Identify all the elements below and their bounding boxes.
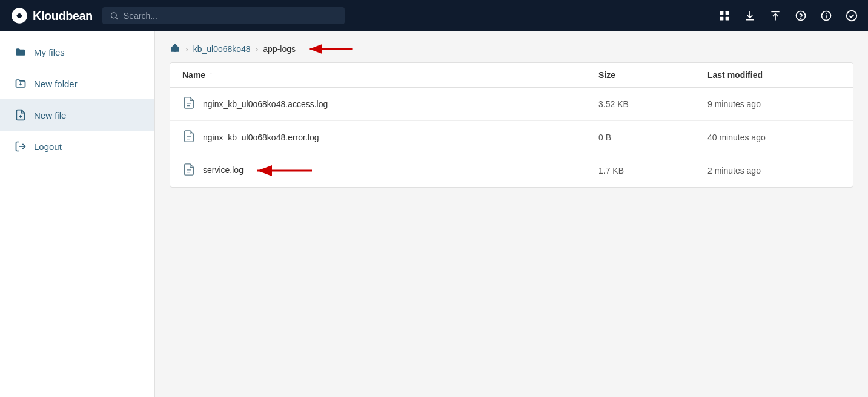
file-modified: 40 minutes ago [707, 133, 841, 142]
logout-label: Logout [34, 142, 62, 152]
new-file-icon [15, 109, 27, 121]
file-icon [182, 163, 196, 179]
file-icon [182, 130, 196, 145]
main-content: › kb_ul0o68ko48 › app-logs [155, 31, 868, 397]
breadcrumb-sep-1: › [185, 44, 188, 54]
search-bar[interactable] [102, 7, 345, 24]
logout-icon [15, 140, 27, 153]
file-size: 0 B [598, 133, 707, 142]
search-icon [110, 11, 119, 21]
layout: My files New folder New file [0, 31, 868, 397]
table-row[interactable]: nginx_kb_ul0o68ko48.access.log 3.52 KB 9… [170, 88, 853, 121]
info-icon[interactable] [820, 9, 833, 22]
column-modified: Last modified [707, 70, 841, 80]
table-row[interactable]: service.log 1.7 KB [170, 154, 853, 187]
svg-point-8 [801, 18, 801, 19]
file-table: Name ↑ Size Last modified nginx_kb_ul0o6… [170, 62, 853, 188]
breadcrumb-segment-1[interactable]: kb_ul0o68ko48 [193, 44, 251, 54]
file-icon [182, 96, 196, 112]
table-header: Name ↑ Size Last modified [170, 63, 853, 88]
sidebar-item-new-folder[interactable]: New folder [0, 68, 154, 99]
breadcrumb: › kb_ul0o68ko48 › app-logs [155, 31, 868, 62]
sidebar-item-my-files[interactable]: My files [0, 36, 154, 68]
file-size: 3.52 KB [598, 99, 707, 109]
file-modified: 2 minutes ago [707, 166, 841, 176]
column-size: Size [598, 70, 707, 80]
folder-icon [15, 46, 27, 58]
svg-rect-4 [726, 11, 729, 15]
check-circle-icon[interactable] [845, 9, 858, 22]
logo: Kloudbean [10, 6, 93, 25]
file-size: 1.7 KB [598, 166, 707, 176]
svg-rect-5 [720, 17, 724, 21]
grid-icon[interactable] [718, 9, 731, 22]
file-modified: 9 minutes ago [707, 99, 841, 109]
sidebar: My files New folder New file [0, 31, 155, 397]
help-icon[interactable] [794, 9, 807, 22]
sidebar-item-logout[interactable]: Logout [0, 131, 154, 162]
file-name: service.log [203, 164, 598, 177]
logo-text: Kloudbean [33, 9, 93, 23]
search-input[interactable] [124, 11, 337, 21]
svg-point-1 [111, 13, 116, 18]
table-row[interactable]: nginx_kb_ul0o68ko48.error.log 0 B 40 min… [170, 121, 853, 154]
new-folder-icon [15, 77, 27, 90]
breadcrumb-segment-2: app-logs [263, 44, 296, 54]
file-name: nginx_kb_ul0o68ko48.access.log [203, 99, 598, 109]
svg-rect-6 [726, 17, 729, 21]
svg-point-11 [826, 13, 827, 14]
service-log-arrow-indicator [254, 164, 315, 177]
new-file-label: New file [34, 110, 66, 120]
my-files-label: My files [34, 47, 65, 57]
sidebar-item-new-file[interactable]: New file [0, 99, 154, 131]
download-icon[interactable] [743, 9, 757, 22]
svg-point-12 [847, 11, 857, 21]
upload-icon[interactable] [769, 9, 782, 22]
svg-rect-3 [720, 11, 724, 15]
column-name: Name ↑ [182, 70, 598, 80]
breadcrumb-sep-2: › [256, 44, 259, 54]
header: Kloudbean [0, 0, 868, 31]
new-folder-label: New folder [34, 79, 78, 89]
sort-icon: ↑ [209, 71, 213, 79]
file-name: nginx_kb_ul0o68ko48.error.log [203, 133, 598, 142]
header-icons [718, 9, 858, 22]
svg-line-2 [116, 18, 118, 19]
breadcrumb-arrow-indicator [306, 43, 355, 55]
breadcrumb-home[interactable] [170, 42, 181, 55]
home-icon [170, 42, 181, 53]
